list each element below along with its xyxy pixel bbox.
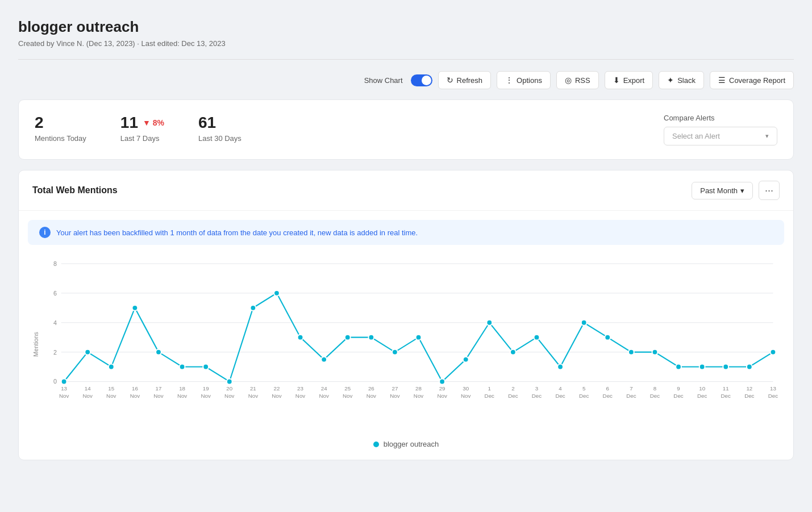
page-meta: Created by Vince N. (Dec 13, 2023) · Las…: [18, 39, 794, 48]
svg-text:20: 20: [226, 385, 232, 392]
svg-point-24: [392, 349, 398, 355]
svg-text:Nov: Nov: [153, 393, 163, 399]
svg-point-16: [203, 364, 209, 370]
svg-text:30: 30: [463, 385, 469, 392]
svg-text:4: 4: [53, 319, 57, 326]
svg-point-35: [652, 349, 658, 355]
svg-text:17: 17: [156, 385, 162, 392]
svg-point-25: [416, 335, 422, 340]
last30-days: 61 Last 30 Days: [198, 114, 241, 143]
svg-point-32: [581, 320, 587, 326]
svg-text:Dec: Dec: [650, 393, 660, 399]
export-button[interactable]: ⬇ Export: [605, 71, 653, 89]
svg-text:13: 13: [61, 385, 67, 392]
svg-text:4: 4: [559, 385, 562, 392]
line-chart: Mentions 8 6 4 2 0 13Nov14Nov15Nov16Nov1…: [28, 251, 784, 432]
svg-text:Dec: Dec: [744, 393, 754, 399]
last7-label: Last 7 Days: [120, 134, 164, 143]
svg-text:Dec: Dec: [626, 393, 636, 399]
svg-text:Nov: Nov: [201, 393, 210, 399]
svg-text:7: 7: [630, 385, 632, 392]
svg-point-37: [699, 364, 705, 370]
chevron-down-icon: ▾: [740, 186, 744, 195]
page-title: blogger outreach: [18, 18, 794, 36]
svg-text:Nov: Nov: [224, 393, 234, 399]
svg-text:Nov: Nov: [319, 393, 328, 399]
coverage-report-icon: ☰: [718, 76, 726, 85]
chart-area: Mentions 8 6 4 2 0 13Nov14Nov15Nov16Nov1…: [19, 245, 793, 460]
slack-button[interactable]: ✦ Slack: [659, 71, 704, 89]
show-chart-toggle[interactable]: [411, 74, 432, 86]
svg-text:Dec: Dec: [768, 393, 778, 399]
info-text: Your alert has been backfilled with 1 mo…: [56, 228, 418, 237]
stats-card: 2 Mentions Today 11 ▼ 8% Last 7 Days 61 …: [18, 99, 794, 160]
options-icon: ⋮: [505, 76, 513, 85]
svg-text:2: 2: [511, 385, 514, 392]
chart-more-button[interactable]: ···: [759, 181, 780, 200]
svg-text:25: 25: [344, 385, 351, 392]
svg-text:Dec: Dec: [697, 393, 707, 399]
chart-card: Total Web Mentions Past Month ▾ ··· i Yo…: [18, 170, 794, 460]
svg-text:Nov: Nov: [272, 393, 281, 399]
refresh-icon: ↻: [447, 76, 453, 85]
chart-title: Total Web Mentions: [32, 185, 118, 195]
svg-text:2: 2: [53, 349, 57, 356]
svg-text:29: 29: [439, 385, 445, 392]
svg-text:Nov: Nov: [177, 393, 187, 399]
compare-label: Compare Alerts: [664, 114, 777, 122]
svg-text:3: 3: [535, 385, 538, 392]
last7-value: 11 ▼ 8%: [120, 114, 164, 132]
svg-text:Dec: Dec: [555, 393, 565, 399]
svg-point-19: [274, 290, 280, 296]
svg-point-30: [534, 335, 540, 340]
divider: [18, 59, 794, 60]
rss-button[interactable]: ◎ RSS: [556, 71, 599, 89]
slack-icon: ✦: [667, 76, 674, 85]
svg-text:0: 0: [53, 378, 57, 385]
svg-text:Dec: Dec: [603, 393, 613, 399]
svg-text:Nov: Nov: [59, 393, 69, 399]
svg-point-38: [723, 364, 728, 370]
svg-text:Nov: Nov: [295, 393, 305, 399]
svg-text:24: 24: [321, 385, 327, 392]
svg-text:13: 13: [770, 385, 776, 392]
svg-text:6: 6: [606, 385, 609, 392]
info-icon: i: [39, 227, 51, 238]
svg-text:Nov: Nov: [130, 393, 140, 399]
svg-text:1: 1: [488, 385, 491, 392]
chevron-down-icon: ▾: [765, 132, 769, 140]
info-banner: i Your alert has been backfilled with 1 …: [28, 220, 784, 245]
svg-text:Nov: Nov: [414, 393, 423, 399]
svg-text:5: 5: [582, 385, 586, 392]
svg-point-28: [486, 320, 492, 326]
svg-text:Dec: Dec: [508, 393, 518, 399]
svg-text:Nov: Nov: [367, 393, 376, 399]
coverage-report-button[interactable]: ☰ Coverage Report: [710, 71, 794, 89]
svg-text:Nov: Nov: [248, 393, 258, 399]
period-selector[interactable]: Past Month ▾: [692, 182, 753, 199]
svg-text:Dec: Dec: [532, 393, 542, 399]
svg-text:6: 6: [53, 290, 57, 297]
refresh-button[interactable]: ↻ Refresh: [438, 71, 492, 89]
svg-point-39: [747, 364, 752, 370]
compare-section: Compare Alerts Select an Alert ▾: [664, 114, 777, 145]
legend-dot: [373, 442, 379, 447]
svg-text:Nov: Nov: [106, 393, 116, 399]
svg-text:27: 27: [392, 385, 398, 392]
svg-text:11: 11: [723, 385, 729, 392]
svg-point-33: [605, 335, 610, 340]
svg-point-31: [557, 364, 563, 370]
mentions-today: 2 Mentions Today: [35, 114, 86, 143]
svg-point-11: [85, 349, 90, 355]
svg-point-40: [771, 349, 776, 355]
svg-point-21: [321, 357, 327, 363]
svg-text:22: 22: [274, 385, 280, 392]
svg-text:Dec: Dec: [579, 393, 589, 399]
svg-point-12: [109, 364, 114, 370]
svg-text:Nov: Nov: [390, 393, 399, 399]
select-alert-dropdown[interactable]: Select an Alert ▾: [664, 127, 777, 145]
options-button[interactable]: ⋮ Options: [497, 71, 551, 89]
svg-text:10: 10: [699, 385, 705, 392]
svg-point-29: [510, 349, 516, 355]
svg-text:21: 21: [250, 385, 256, 392]
